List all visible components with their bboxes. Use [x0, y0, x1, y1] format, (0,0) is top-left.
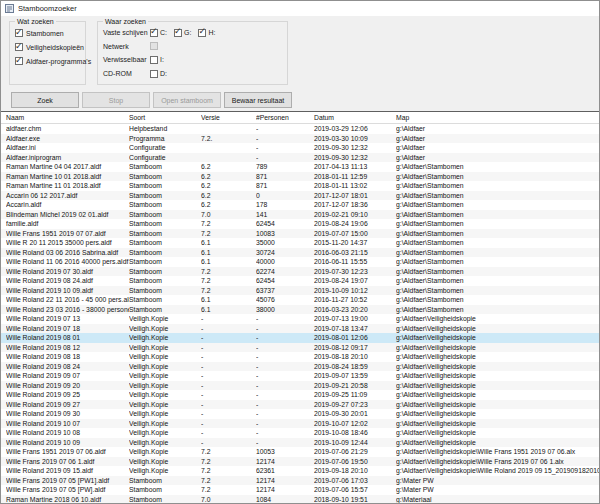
what-checkbox-item[interactable]: ✓Veiligheidskopieën [15, 40, 85, 54]
table-row[interactable]: Wille Roland 2019 09 20Veiligh.Kopie--20… [1, 381, 599, 391]
drive-checkbox-item[interactable]: I: [150, 56, 164, 64]
drive-label: G: [184, 29, 191, 36]
table-row[interactable]: Aldfaer.iniConfiguratie-2019-09-30 12:32… [1, 143, 599, 153]
cell-datum: 2017-12-07 18:01 [314, 191, 396, 201]
checkbox[interactable]: ✓ [15, 57, 23, 65]
table-row[interactable]: Wille Roland 2019 08 18Veiligh.Kopie--20… [1, 352, 599, 362]
where-row-label: Netwerk [103, 43, 150, 50]
cell-personen: - [256, 134, 314, 144]
table-row[interactable]: Raman Martine 04 04 2017.aldfStamboom6.2… [1, 162, 599, 172]
cell-versie: - [201, 324, 256, 334]
column-header-map[interactable]: Map [396, 112, 599, 123]
table-row[interactable]: Wille Roland 2019 07 18Veiligh.Kopie--20… [1, 324, 599, 334]
drive-checkbox-item[interactable]: ✓C: [150, 29, 167, 37]
table-row[interactable]: Aldfaer.exeProgramma7.2.-2019-03-30 10:0… [1, 134, 599, 144]
cell-soort: Stamboom [129, 267, 201, 277]
table-row[interactable]: Wille Roland 03 06 2016 Sabrina.aldfStam… [1, 248, 599, 258]
table-row[interactable]: Wille R 20 11 2015 35000 pers.aldfStambo… [1, 238, 599, 248]
table-row[interactable]: Wille Roland 2019 10 08Veiligh.Kopie--20… [1, 428, 599, 438]
cell-naam: Accarin 06 12 2017.aldf [6, 191, 129, 201]
column-header-versie[interactable]: Versie [201, 112, 256, 123]
table-row[interactable]: Wille Roland 2019 09 25Veiligh.Kopie--20… [1, 390, 599, 400]
table-row[interactable]: Wille Frans 2019 07 05 [PW].aldfStamboom… [1, 485, 599, 495]
checkbox[interactable] [150, 70, 158, 78]
table-row[interactable]: Wille Roland 2019 08 24Veiligh.Kopie--20… [1, 362, 599, 372]
cell-naam: Wille Roland 22 11 2016 - 45 000 pers.al… [6, 295, 129, 305]
table-row[interactable]: Aldfaer.iniprogramConfiguratie-2019-09-3… [1, 153, 599, 163]
cell-map: g:\Aldfaer\Stambomen [396, 191, 599, 201]
cell-personen: 10083 [256, 229, 314, 239]
table-row[interactable]: Wille Roland 2019 07 30.aldfStamboom7.26… [1, 267, 599, 277]
cell-versie: - [201, 390, 256, 400]
table-row[interactable]: Wille Roland 2019 09 27Veiligh.Kopie--20… [1, 400, 599, 410]
table-row[interactable]: Wille Roland 22 11 2016 - 45 000 pers.al… [1, 295, 599, 305]
checkbox[interactable] [150, 56, 158, 64]
cell-versie: 7.2 [201, 276, 256, 286]
cell-naam: Wille Roland 2019 09 15.aldf [6, 466, 129, 476]
checkbox[interactable]: ✓ [150, 29, 158, 37]
checkbox[interactable]: ✓ [174, 29, 182, 37]
cell-datum: 2019-10-08 18:46 [314, 428, 396, 438]
table-row[interactable]: Wille Roland 2019 09 07Veiligh.Kopie--20… [1, 371, 599, 381]
cell-versie: 7.2 [201, 476, 256, 486]
drive-checkbox-item[interactable]: ✓H: [198, 29, 215, 37]
cell-datum: 2019-09-27 07:23 [314, 400, 396, 410]
table-row[interactable]: Wille Roland 2019 08 12Veiligh.Kopie--20… [1, 343, 599, 353]
cell-map: g:\Aldfaer\Stambomen [396, 162, 599, 172]
column-header-soort[interactable]: Soort [129, 112, 201, 123]
column-header-personen[interactable]: #Personen [256, 112, 314, 123]
table-row[interactable]: Wille Roland 11 06 2016 40000 pers.aldfS… [1, 257, 599, 267]
table-row[interactable]: Wille Frans 2019 07 05 [PW1].aldfStamboo… [1, 476, 599, 486]
cell-map: g:\Aldfaer\Veiligheidskopie [396, 428, 599, 438]
column-header-datum[interactable]: Datum [314, 112, 396, 123]
cell-map: g:\Materiaal [396, 495, 599, 504]
table-row[interactable]: Wille Roland 2019 10 07Veiligh.Kopie--20… [1, 419, 599, 429]
cell-naam: Blindeman Michel 2019 02 01.aldf [6, 210, 129, 220]
table-row[interactable]: Wille Roland 2019 09 30Veiligh.Kopie--20… [1, 409, 599, 419]
checkbox[interactable]: ✓ [198, 29, 206, 37]
cell-datum: 2019-08-24 19:06 [314, 219, 396, 229]
column-header-naam[interactable]: Naam [6, 112, 129, 123]
cell-soort: Veiligh.Kopie [129, 381, 201, 391]
table-row[interactable]: Raman Martine 10 01 2018.aldfStamboom6.2… [1, 172, 599, 182]
drive-checkbox-item[interactable]: ✓G: [174, 29, 191, 37]
cell-personen: 871 [256, 181, 314, 191]
cell-versie: - [201, 343, 256, 353]
table-row[interactable]: Wille Roland 2019 08 01Veiligh.Kopie--20… [1, 333, 599, 343]
cell-soort: Programma [129, 134, 201, 144]
table-row[interactable]: Raman Martine 2018 06 10.aldfStamboom7.0… [1, 495, 599, 504]
table-row[interactable]: Blindeman Michel 2019 02 01.aldfStamboom… [1, 210, 599, 220]
drive-checkbox-item[interactable]: D: [150, 70, 167, 78]
zoek-button[interactable]: Zoek [11, 92, 79, 108]
cell-versie: 6.2 [201, 162, 256, 172]
table-row[interactable]: Wille Frans 1951 2019 07 06.aldfVeiligh.… [1, 447, 599, 457]
table-row[interactable]: Wille Roland 2019 07 13Veiligh.Kopie--20… [1, 314, 599, 324]
table-row[interactable]: Wille Roland 2019 10 09.aldfStamboom7.26… [1, 286, 599, 296]
table-row[interactable]: aldfaer.chmHelpbestand-2019-03-29 12:06g… [1, 124, 599, 134]
table-row[interactable]: Wille Frans 1951 2019 07 07.aldfStamboom… [1, 229, 599, 239]
table-row[interactable]: Wille Roland 23 03 2016 - 38000 persone.… [1, 305, 599, 315]
table-row[interactable]: Wille Frans 2019 07 06 1.aldfVeiligh.Kop… [1, 457, 599, 467]
cell-map: g:\Mater PW [396, 476, 599, 486]
cell-map: g:\Aldfaer\Veiligheidskopie [396, 419, 599, 429]
cell-naam: Wille Roland 2019 07 30.aldf [6, 267, 129, 277]
table-row[interactable]: Accarin 06 12 2017.aldfStamboom6.202017-… [1, 191, 599, 201]
cell-soort: Stamboom [129, 276, 201, 286]
checkbox[interactable]: ✓ [15, 29, 23, 37]
table-row[interactable]: Raman Martine 11 01 2018.aldfStamboom6.2… [1, 181, 599, 191]
what-checkbox-item[interactable]: ✓Aldfaer-programma's [15, 54, 85, 68]
cell-versie: 7.2 [201, 229, 256, 239]
cell-map: g:\Aldfaer\Veiligheidskopie [396, 371, 599, 381]
table-row[interactable]: Accarin.aldfStamboom6.21782017-12-07 18:… [1, 200, 599, 210]
cell-soort: Stamboom [129, 210, 201, 220]
table-row[interactable]: Wille Roland 2019 10 09Veiligh.Kopie--20… [1, 438, 599, 448]
table-row[interactable]: Wille Roland 2019 09 15.aldfVeiligh.Kopi… [1, 466, 599, 476]
cell-datum: 2019-10-07 12:02 [314, 419, 396, 429]
bewaar-resultaat-button[interactable]: Bewaar resultaat [224, 92, 292, 108]
cell-datum: 2019-09-30 12:32 [314, 143, 396, 153]
table-row[interactable]: Wille Roland 2019 08 24.aldfStamboom7.26… [1, 276, 599, 286]
table-row[interactable]: familie.aldfStamboom7.2624542019-08-24 1… [1, 219, 599, 229]
cell-versie: 7.2 [201, 466, 256, 476]
checkbox[interactable]: ✓ [15, 43, 23, 51]
what-checkbox-item[interactable]: ✓Stambomen [15, 26, 85, 40]
